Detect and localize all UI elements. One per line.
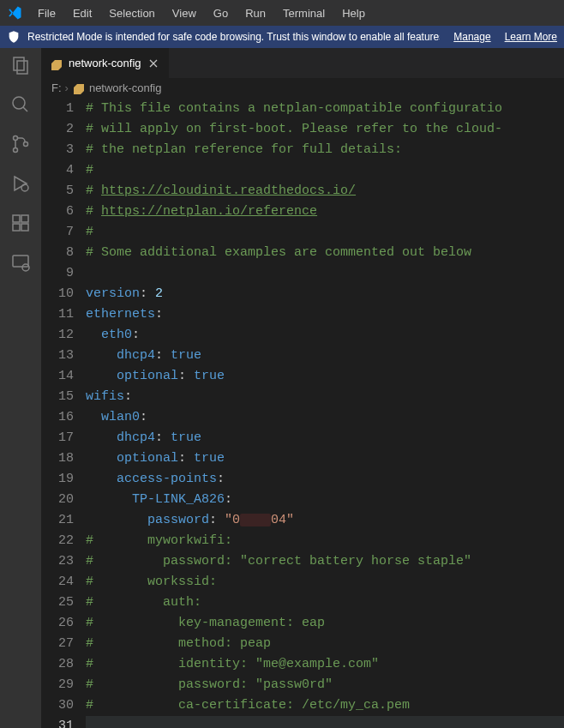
line-number: 8	[41, 243, 74, 263]
code-line[interactable]: # password: "correct battery horse stapl…	[86, 551, 564, 572]
code-line[interactable]: optional: true	[86, 448, 564, 469]
manage-link[interactable]: Manage	[453, 31, 490, 43]
tab-bar: network-config	[41, 48, 564, 78]
remote-icon[interactable]	[10, 252, 31, 273]
svg-point-7	[21, 184, 28, 191]
svg-rect-11	[21, 215, 28, 222]
code-line[interactable]: # https://cloudinit.readthedocs.io/	[86, 181, 564, 202]
line-number: 12	[41, 325, 74, 346]
chevron-right-icon: ›	[65, 81, 69, 94]
menu-item-selection[interactable]: Selection	[102, 3, 161, 23]
menu-item-view[interactable]: View	[165, 3, 203, 23]
line-number: 1	[41, 99, 74, 119]
line-number: 26	[41, 613, 74, 634]
menu-item-go[interactable]: Go	[207, 3, 235, 23]
line-number: 25	[41, 593, 74, 613]
menu-item-terminal[interactable]: Terminal	[276, 3, 332, 23]
svg-rect-10	[21, 224, 28, 231]
explorer-icon[interactable]	[10, 55, 31, 75]
code-line[interactable]: version: 2	[86, 284, 564, 304]
code-line[interactable]: dhcp4: true	[86, 428, 564, 448]
code-line[interactable]: # ca-certificate: /etc/my_ca.pem	[86, 695, 564, 716]
editor-area: network-config F: › network-config 12345…	[41, 48, 564, 728]
code-editor[interactable]: 1234567891011121314151617181920212223242…	[41, 97, 564, 728]
code-line[interactable]: # password: "passw0rd"	[86, 675, 564, 695]
shield-icon	[7, 30, 21, 44]
line-number: 21	[41, 510, 74, 531]
line-number: 5	[41, 181, 74, 202]
line-number: 17	[41, 428, 74, 448]
breadcrumb-file[interactable]: network-config	[89, 81, 162, 94]
menu-item-run[interactable]: Run	[238, 3, 273, 23]
title-bar: File Edit Selection View Go Run Terminal…	[0, 0, 564, 26]
line-number: 3	[41, 140, 74, 160]
code-line[interactable]: # https://netplan.io/reference	[86, 202, 564, 222]
svg-rect-0	[14, 57, 24, 70]
svg-rect-12	[13, 256, 28, 267]
svg-point-4	[14, 136, 18, 141]
code-line[interactable]: # the netplan reference for full details…	[86, 140, 564, 160]
code-line[interactable]: optional: true	[86, 366, 564, 387]
code-line[interactable]: TP-LINK_A826:	[86, 490, 564, 510]
line-number: 14	[41, 366, 74, 387]
line-number: 2	[41, 119, 74, 140]
learn-more-link[interactable]: Learn More	[505, 31, 557, 43]
close-icon[interactable]	[147, 57, 160, 70]
line-number: 13	[41, 346, 74, 366]
redacted-text	[240, 514, 271, 526]
code-line[interactable]: access-points:	[86, 469, 564, 490]
run-debug-icon[interactable]	[10, 173, 31, 194]
code-line[interactable]: # method: peap	[86, 634, 564, 654]
line-number-gutter: 1234567891011121314151617181920212223242…	[41, 97, 86, 728]
code-line[interactable]	[86, 716, 564, 728]
file-icon	[50, 57, 63, 70]
code-line[interactable]: ethernets:	[86, 304, 564, 325]
code-line[interactable]: # will apply on first-boot. Please refer…	[86, 119, 564, 140]
source-control-icon[interactable]	[10, 134, 31, 154]
svg-point-5	[14, 148, 18, 153]
code-line[interactable]: # myworkwifi:	[86, 531, 564, 551]
code-line[interactable]: # This file contains a netplan-compatibl…	[86, 99, 564, 119]
line-number: 18	[41, 448, 74, 469]
menu-item-file[interactable]: File	[31, 3, 63, 23]
code-line[interactable]: password: "004"	[86, 510, 564, 531]
line-number: 11	[41, 304, 74, 325]
line-number: 15	[41, 387, 74, 407]
svg-rect-9	[13, 224, 20, 231]
code-line[interactable]: # key-management: eap	[86, 613, 564, 634]
line-number: 19	[41, 469, 74, 490]
code-line[interactable]: #	[86, 160, 564, 181]
code-line[interactable]: eth0:	[86, 325, 564, 346]
activity-bar	[0, 48, 41, 728]
line-number: 28	[41, 654, 74, 675]
tab-network-config[interactable]: network-config	[41, 48, 170, 78]
svg-point-13	[22, 264, 29, 271]
line-number: 31	[41, 716, 74, 728]
code-line[interactable]: wifis:	[86, 387, 564, 407]
code-line[interactable]: #	[86, 222, 564, 243]
breadcrumb-drive[interactable]: F:	[51, 81, 62, 94]
svg-point-6	[24, 142, 28, 147]
line-number: 20	[41, 490, 74, 510]
code-line[interactable]: # auth:	[86, 593, 564, 613]
line-number: 22	[41, 531, 74, 551]
vscode-logo-icon	[7, 5, 22, 21]
svg-rect-8	[13, 215, 20, 222]
tab-label: network-config	[69, 57, 141, 69]
code-line[interactable]: dhcp4: true	[86, 346, 564, 366]
breadcrumb[interactable]: F: › network-config	[41, 78, 564, 97]
menu-item-help[interactable]: Help	[335, 3, 372, 23]
search-icon[interactable]	[10, 94, 31, 115]
code-lines[interactable]: # This file contains a netplan-compatibl…	[86, 97, 564, 728]
line-number: 23	[41, 551, 74, 572]
code-line[interactable]: # workssid:	[86, 572, 564, 593]
line-number: 7	[41, 222, 74, 243]
code-line[interactable]: # Some additional examples are commented…	[86, 243, 564, 263]
code-line[interactable]	[86, 263, 564, 284]
code-line[interactable]: wlan0:	[86, 407, 564, 428]
line-number: 24	[41, 572, 74, 593]
menu-item-edit[interactable]: Edit	[66, 3, 99, 23]
extensions-icon[interactable]	[10, 213, 31, 233]
line-number: 10	[41, 284, 74, 304]
code-line[interactable]: # identity: "me@example.com"	[86, 654, 564, 675]
